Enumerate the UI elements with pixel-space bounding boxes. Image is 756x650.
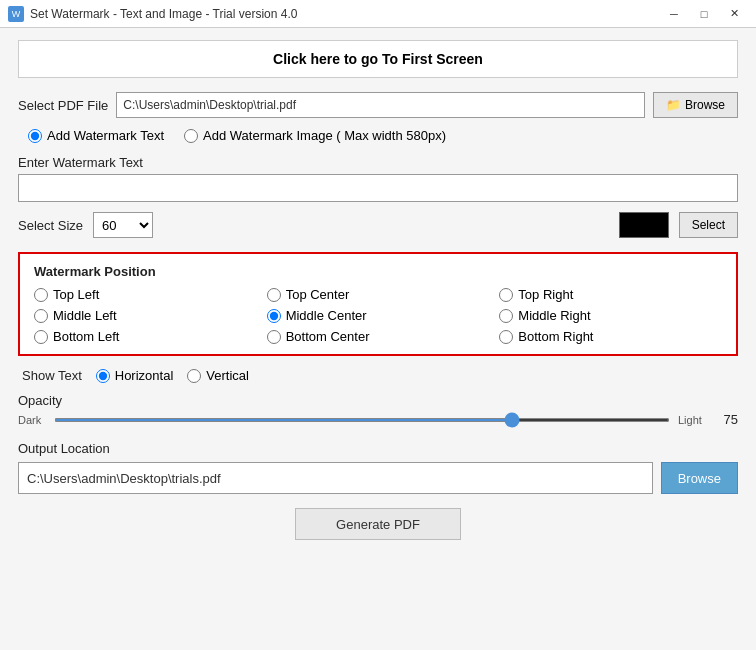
opacity-value: 75	[714, 412, 738, 427]
position-middle-center[interactable]: Middle Center	[267, 308, 490, 323]
position-bottom-right-radio[interactable]	[499, 330, 513, 344]
position-middle-left-radio[interactable]	[34, 309, 48, 323]
position-top-right-radio[interactable]	[499, 288, 513, 302]
position-bottom-left[interactable]: Bottom Left	[34, 329, 257, 344]
opacity-section: Opacity Dark Light 75	[18, 393, 738, 427]
opacity-label: Opacity	[18, 393, 738, 408]
size-select[interactable]: 60 8 10 12 14 16 18 20 24 28 32 36 40 48…	[93, 212, 153, 238]
position-top-center[interactable]: Top Center	[267, 287, 490, 302]
horizontal-label: Horizontal	[115, 368, 174, 383]
pdf-path-input[interactable]	[116, 92, 645, 118]
title-bar-left: W Set Watermark - Text and Image - Trial…	[8, 6, 297, 22]
watermark-text-section: Enter Watermark Text	[18, 155, 738, 212]
add-image-label: Add Watermark Image ( Max width 580px)	[203, 128, 446, 143]
position-bottom-left-radio[interactable]	[34, 330, 48, 344]
color-swatch[interactable]	[619, 212, 669, 238]
select-pdf-label: Select PDF File	[18, 98, 108, 113]
size-row: Select Size 60 8 10 12 14 16 18 20 24 28…	[18, 212, 738, 238]
minimize-button[interactable]: ─	[660, 4, 688, 24]
show-text-label: Show Text	[22, 368, 82, 383]
select-color-button[interactable]: Select	[679, 212, 738, 238]
position-bottom-center[interactable]: Bottom Center	[267, 329, 490, 344]
add-text-radio[interactable]	[28, 129, 42, 143]
main-content: Click here to go To First Screen Select …	[0, 28, 756, 650]
show-text-row: Show Text Horizontal Vertical	[18, 368, 738, 383]
position-top-right[interactable]: Top Right	[499, 287, 722, 302]
opacity-slider[interactable]	[54, 418, 670, 422]
dark-label: Dark	[18, 414, 46, 426]
position-title: Watermark Position	[34, 264, 722, 279]
vertical-radio[interactable]	[187, 369, 201, 383]
position-middle-right[interactable]: Middle Right	[499, 308, 722, 323]
vertical-label: Vertical	[206, 368, 249, 383]
position-top-center-radio[interactable]	[267, 288, 281, 302]
window-title: Set Watermark - Text and Image - Trial v…	[30, 7, 297, 21]
position-bottom-center-radio[interactable]	[267, 330, 281, 344]
output-label: Output Location	[18, 441, 738, 456]
output-row: Browse	[18, 462, 738, 494]
output-section: Output Location Browse	[18, 441, 738, 494]
add-image-radio[interactable]	[184, 129, 198, 143]
vertical-radio-label[interactable]: Vertical	[187, 368, 249, 383]
position-middle-center-radio[interactable]	[267, 309, 281, 323]
light-label: Light	[678, 414, 706, 426]
watermark-text-input[interactable]	[18, 174, 738, 202]
title-bar: W Set Watermark - Text and Image - Trial…	[0, 0, 756, 28]
position-top-left[interactable]: Top Left	[34, 287, 257, 302]
horizontal-radio[interactable]	[96, 369, 110, 383]
position-middle-left[interactable]: Middle Left	[34, 308, 257, 323]
generate-row: Generate PDF	[18, 508, 738, 540]
folder-icon: 📁	[666, 98, 681, 112]
window-controls: ─ □ ✕	[660, 4, 748, 24]
select-size-label: Select Size	[18, 218, 83, 233]
add-text-label: Add Watermark Text	[47, 128, 164, 143]
watermark-text-label: Enter Watermark Text	[18, 155, 738, 170]
watermark-position-box: Watermark Position Top Left Top Center T…	[18, 252, 738, 356]
first-screen-banner[interactable]: Click here to go To First Screen	[18, 40, 738, 78]
close-button[interactable]: ✕	[720, 4, 748, 24]
browse-output-button[interactable]: Browse	[661, 462, 738, 494]
app-icon: W	[8, 6, 24, 22]
browse-pdf-button[interactable]: 📁 Browse	[653, 92, 738, 118]
horizontal-radio-label[interactable]: Horizontal	[96, 368, 174, 383]
slider-row: Dark Light 75	[18, 412, 738, 427]
select-pdf-row: Select PDF File 📁 Browse	[18, 92, 738, 118]
output-path-input[interactable]	[18, 462, 653, 494]
add-text-radio-label[interactable]: Add Watermark Text	[28, 128, 164, 143]
position-grid: Top Left Top Center Top Right Middle Lef…	[34, 287, 722, 344]
maximize-button[interactable]: □	[690, 4, 718, 24]
position-bottom-right[interactable]: Bottom Right	[499, 329, 722, 344]
watermark-type-group: Add Watermark Text Add Watermark Image (…	[18, 128, 738, 143]
position-middle-right-radio[interactable]	[499, 309, 513, 323]
add-image-radio-label[interactable]: Add Watermark Image ( Max width 580px)	[184, 128, 446, 143]
position-top-left-radio[interactable]	[34, 288, 48, 302]
generate-pdf-button[interactable]: Generate PDF	[295, 508, 461, 540]
